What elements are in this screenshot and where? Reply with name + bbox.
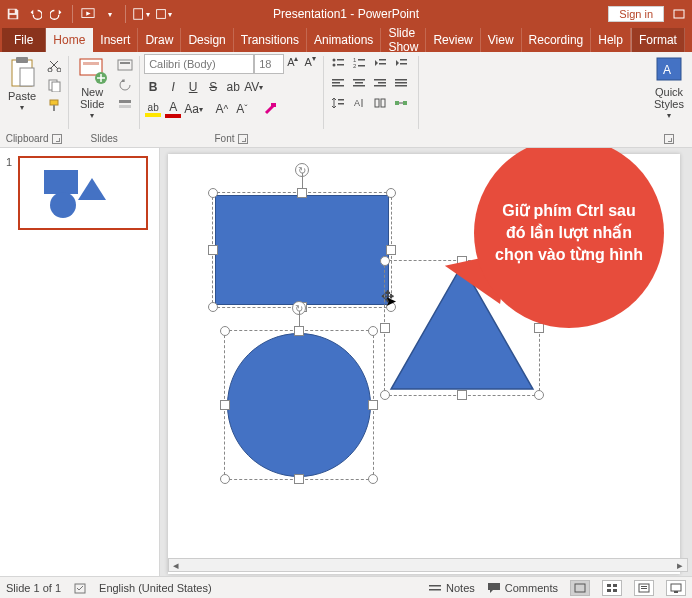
- bullets-icon[interactable]: [328, 54, 348, 72]
- resize-handle[interactable]: [386, 188, 396, 198]
- resize-handle[interactable]: [220, 326, 230, 336]
- qat-ext2-icon[interactable]: ▾: [154, 5, 172, 23]
- font-name-input[interactable]: [144, 54, 254, 74]
- tab-animations[interactable]: Animations: [307, 28, 381, 52]
- undo-icon[interactable]: [26, 5, 44, 23]
- notes-button[interactable]: Notes: [428, 582, 475, 594]
- tab-view[interactable]: View: [481, 28, 522, 52]
- decrease-indent-icon[interactable]: [370, 54, 390, 72]
- underline-button[interactable]: U: [184, 78, 202, 96]
- align-right-icon[interactable]: [370, 74, 390, 92]
- ribbon-display-options-icon[interactable]: [670, 5, 688, 23]
- cut-icon[interactable]: [44, 56, 64, 74]
- section-icon[interactable]: [115, 96, 135, 114]
- tab-file[interactable]: File: [2, 28, 46, 52]
- decrease-font-icon[interactable]: Aˇ: [233, 100, 251, 118]
- font-size-input[interactable]: [254, 54, 284, 74]
- save-icon[interactable]: [4, 5, 22, 23]
- resize-handle[interactable]: [368, 326, 378, 336]
- strikethrough-button[interactable]: S: [204, 78, 222, 96]
- bold-button[interactable]: B: [144, 78, 162, 96]
- sign-in-button[interactable]: Sign in: [608, 6, 664, 22]
- resize-handle[interactable]: [220, 474, 230, 484]
- slide-canvas-area[interactable]: ✥ ➤: [160, 148, 692, 576]
- resize-handle[interactable]: [297, 188, 307, 198]
- slide-sorter-view-icon[interactable]: [602, 580, 622, 596]
- resize-handle[interactable]: [380, 323, 390, 333]
- font-color-icon[interactable]: A: [164, 100, 182, 118]
- slide-counter[interactable]: Slide 1 of 1: [6, 582, 61, 594]
- copy-icon[interactable]: [44, 76, 64, 94]
- tab-draw[interactable]: Draw: [138, 28, 181, 52]
- new-slide-button[interactable]: New Slide▾: [73, 54, 111, 124]
- clear-formatting-icon[interactable]: [261, 100, 279, 118]
- scroll-right-icon[interactable]: ▸: [673, 559, 687, 572]
- format-painter-icon[interactable]: [44, 96, 64, 114]
- tab-design[interactable]: Design: [181, 28, 233, 52]
- paste-button[interactable]: Paste▾: [4, 54, 40, 116]
- resize-handle[interactable]: [368, 474, 378, 484]
- tab-review[interactable]: Review: [426, 28, 480, 52]
- resize-handle[interactable]: [534, 390, 544, 400]
- resize-handle[interactable]: [208, 302, 218, 312]
- increase-indent-icon[interactable]: [391, 54, 411, 72]
- scroll-left-icon[interactable]: ◂: [169, 559, 183, 572]
- text-shadow-button[interactable]: ab: [224, 78, 242, 96]
- resize-handle[interactable]: [294, 474, 304, 484]
- resize-handle[interactable]: [457, 390, 467, 400]
- language-status[interactable]: English (United States): [99, 582, 212, 594]
- smartart-icon[interactable]: [391, 94, 411, 112]
- justify-icon[interactable]: [391, 74, 411, 92]
- numbering-icon[interactable]: 12: [349, 54, 369, 72]
- reset-icon[interactable]: [115, 76, 135, 94]
- line-spacing-icon[interactable]: [328, 94, 348, 112]
- font-dialog-launcher-icon[interactable]: [238, 134, 248, 144]
- align-center-icon[interactable]: [349, 74, 369, 92]
- tab-transitions[interactable]: Transitions: [234, 28, 307, 52]
- styles-dialog-launcher-icon[interactable]: [664, 134, 674, 144]
- start-from-beginning-icon[interactable]: [79, 5, 97, 23]
- resize-handle[interactable]: [294, 326, 304, 336]
- italic-button[interactable]: I: [164, 78, 182, 96]
- text-direction-icon[interactable]: A: [349, 94, 369, 112]
- shrink-font-icon[interactable]: A▾: [301, 54, 318, 74]
- shape-rectangle[interactable]: ✥ ➤: [212, 192, 392, 308]
- grow-font-icon[interactable]: A▴: [284, 54, 301, 74]
- resize-handle[interactable]: [368, 400, 378, 410]
- normal-view-icon[interactable]: [570, 580, 590, 596]
- resize-handle[interactable]: [208, 245, 218, 255]
- align-left-icon[interactable]: [328, 74, 348, 92]
- qat-more-icon[interactable]: ▾: [101, 5, 119, 23]
- spellcheck-icon[interactable]: [73, 581, 87, 595]
- comments-button[interactable]: Comments: [487, 582, 558, 594]
- quick-styles-button[interactable]: A Quick Styles▾: [650, 54, 688, 124]
- tab-slideshow[interactable]: Slide Show: [381, 28, 426, 52]
- ribbon: Paste▾ Clipboard New Slide▾ Slides: [0, 52, 692, 148]
- quick-styles-icon: A: [655, 56, 683, 86]
- resize-handle[interactable]: [380, 390, 390, 400]
- shape-circle[interactable]: [224, 330, 374, 480]
- tab-help[interactable]: Help: [591, 28, 631, 52]
- horizontal-scrollbar[interactable]: ◂ ▸: [168, 558, 688, 572]
- increase-font-icon[interactable]: A^: [213, 100, 231, 118]
- resize-handle[interactable]: [208, 188, 218, 198]
- tab-home[interactable]: Home: [46, 28, 93, 52]
- layout-icon[interactable]: [115, 56, 135, 74]
- tab-insert[interactable]: Insert: [93, 28, 138, 52]
- resize-handle[interactable]: [386, 245, 396, 255]
- clipboard-dialog-launcher-icon[interactable]: [52, 134, 62, 144]
- reading-view-icon[interactable]: [634, 580, 654, 596]
- tab-format[interactable]: Format: [631, 28, 685, 52]
- columns-icon[interactable]: [370, 94, 390, 112]
- tab-recording[interactable]: Recording: [522, 28, 592, 52]
- resize-handle[interactable]: [220, 400, 230, 410]
- slide[interactable]: ✥ ➤: [168, 154, 680, 574]
- slideshow-view-icon[interactable]: [666, 580, 686, 596]
- qat-ext1-icon[interactable]: ▾: [132, 5, 150, 23]
- redo-icon[interactable]: [48, 5, 66, 23]
- resize-handle[interactable]: [380, 256, 390, 266]
- slide-thumbnail-1[interactable]: [18, 156, 148, 230]
- change-case-icon[interactable]: Aa▾: [184, 100, 203, 118]
- character-spacing-icon[interactable]: AV▾: [244, 78, 263, 96]
- highlight-color-icon[interactable]: ab: [144, 100, 162, 118]
